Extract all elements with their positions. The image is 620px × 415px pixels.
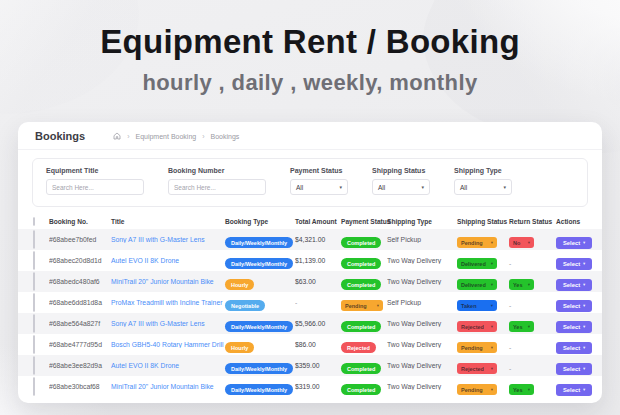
- shipping-type: Two Way Delivery: [387, 341, 457, 348]
- shipping-status-select[interactable]: Pending▾: [457, 384, 497, 395]
- payment-status-cell: Completed: [341, 378, 387, 396]
- booking-type-cell: Daily/Weekly/Monthly: [225, 231, 295, 249]
- breadcrumb-item-bookings[interactable]: Bookings: [211, 133, 240, 140]
- column-header-booking-no-: Booking No.: [49, 218, 111, 225]
- shipping-status-select[interactable]: Delivered▾: [457, 279, 497, 290]
- select-action-button[interactable]: Select▾: [556, 363, 592, 375]
- row-checkbox[interactable]: [33, 230, 35, 249]
- shipping-status-select-value: Pending: [461, 345, 483, 351]
- shipping-status-select[interactable]: Taken▾: [457, 300, 497, 311]
- return-status-select[interactable]: Yes▾: [509, 321, 534, 332]
- total-amount: $4,321.00: [295, 236, 341, 243]
- home-icon[interactable]: [113, 132, 121, 140]
- row-checkbox[interactable]: [33, 377, 35, 396]
- booking-title-link[interactable]: ProMax Treadmill with Incline Trainer: [111, 299, 225, 306]
- return-status-cell: -: [509, 336, 556, 354]
- bookings-table: Booking No.TitleBooking TypeTotal Amount…: [18, 213, 602, 397]
- chevron-down-icon: ▾: [491, 261, 493, 266]
- select-all-checkbox[interactable]: [33, 217, 35, 226]
- chevron-down-icon: ▾: [528, 282, 530, 287]
- row-checkbox[interactable]: [33, 356, 35, 375]
- filter-select-payment-status[interactable]: All▾: [290, 179, 348, 195]
- booking-type-cell: Daily/Weekly/Monthly: [225, 315, 295, 333]
- select-action-button[interactable]: Select▾: [556, 300, 592, 312]
- shipping-status-select[interactable]: Rejected▾: [457, 321, 497, 332]
- booking-title-link[interactable]: MiniTrail 20" Junior Mountain Bike: [111, 383, 225, 390]
- row-checkbox[interactable]: [33, 272, 35, 291]
- filter-input-booking-number[interactable]: [168, 179, 266, 195]
- booking-type-cell: Hourly: [225, 336, 295, 354]
- hero-title: Equipment Rent / Booking: [0, 23, 620, 61]
- booking-type-cell: Negotiable: [225, 294, 295, 312]
- shipping-status-select[interactable]: Rejected▾: [457, 363, 497, 374]
- shipping-status-select-value: Taken: [461, 303, 477, 309]
- row-checkbox[interactable]: [33, 293, 35, 312]
- payment-status-badge: Rejected: [341, 342, 376, 353]
- return-status-select[interactable]: Yes▾: [509, 279, 534, 290]
- chevron-down-icon: ▾: [528, 324, 530, 329]
- total-amount: $1,139.00: [295, 257, 341, 264]
- table-row: #68abedc480af6MiniTrail 20" Junior Mount…: [18, 271, 602, 292]
- select-action-button[interactable]: Select▾: [556, 237, 592, 249]
- filter-label-equipment-title: Equipment Title: [46, 167, 144, 174]
- row-checkbox[interactable]: [33, 335, 35, 354]
- breadcrumb-item-equipment-booking[interactable]: Equipment Booking: [135, 133, 196, 140]
- booking-type-cell: Daily/Weekly/Monthly: [225, 252, 295, 270]
- shipping-status-select[interactable]: Pending▾: [457, 342, 497, 353]
- payment-status-cell: Completed: [341, 252, 387, 270]
- chevron-down-icon: ▾: [491, 282, 493, 287]
- booking-type-cell: Daily/Weekly/Monthly: [225, 378, 295, 396]
- chevron-down-icon: ▾: [583, 282, 585, 287]
- table-row: #68abe4777d95dBosch GBH5-40 Rotary Hamme…: [18, 334, 602, 355]
- shipping-status-select[interactable]: Delivered▾: [457, 258, 497, 269]
- chevron-down-icon: ▾: [583, 324, 585, 329]
- shipping-status-select[interactable]: Pending▾: [457, 237, 497, 248]
- shipping-type: Two Way Delivery: [387, 362, 457, 369]
- shipping-status-cell: Delivered▾: [457, 252, 509, 270]
- booking-type-badge: Daily/Weekly/Monthly: [225, 237, 293, 248]
- booking-number: #68abee7b0fed: [49, 236, 111, 243]
- booking-title-link[interactable]: Autel EVO II 8K Drone: [111, 257, 225, 264]
- return-status-select[interactable]: No▾: [509, 237, 534, 248]
- booking-title-link[interactable]: Bosch GBH5-40 Rotary Hammer Drill: [111, 341, 225, 348]
- shipping-type: Two Way Delivery: [387, 278, 457, 285]
- table-row: #68abe564a827fSony A7 III with G-Master …: [18, 313, 602, 334]
- booking-type-badge: Daily/Weekly/Monthly: [225, 258, 293, 269]
- booking-number: #68abe30bcaf68: [49, 383, 111, 390]
- actions-cell: Select▾: [556, 294, 592, 312]
- checkbox-cell: [33, 378, 49, 396]
- booking-type-badge: Daily/Weekly/Monthly: [225, 384, 293, 395]
- filter-select-shipping-type[interactable]: All▾: [454, 179, 512, 195]
- filter-label-shipping-type: Shipping Type: [454, 167, 512, 174]
- filter-input-equipment-title[interactable]: [46, 179, 144, 195]
- shipping-status-cell: Taken▾: [457, 294, 509, 312]
- column-header-actions: Actions: [556, 218, 587, 225]
- booking-title-link[interactable]: Autel EVO II 8K Drone: [111, 362, 225, 369]
- select-action-button[interactable]: Select▾: [556, 321, 592, 333]
- payment-status-badge: Completed: [341, 279, 381, 290]
- shipping-type: Self Pickup: [387, 299, 457, 306]
- select-action-button[interactable]: Select▾: [556, 342, 592, 354]
- filter-select-shipping-status[interactable]: All▾: [372, 179, 430, 195]
- booking-title-link[interactable]: MiniTrail 20" Junior Mountain Bike: [111, 278, 225, 285]
- filter-group-shipping-status: Shipping StatusAll▾: [372, 167, 430, 195]
- row-checkbox[interactable]: [33, 314, 35, 333]
- select-action-button[interactable]: Select▾: [556, 279, 592, 291]
- select-action-label: Select: [563, 345, 580, 351]
- actions-cell: Select▾: [556, 357, 592, 375]
- filter-group-shipping-type: Shipping TypeAll▾: [454, 167, 512, 195]
- breadcrumb-separator: ›: [127, 133, 129, 140]
- booking-type-cell: Hourly: [225, 273, 295, 291]
- return-status-select-value: Yes: [513, 282, 522, 288]
- payment-status-select[interactable]: Pending▾: [341, 300, 383, 311]
- checkbox-cell: [33, 315, 49, 333]
- select-action-button[interactable]: Select▾: [556, 258, 592, 270]
- booking-title-link[interactable]: Sony A7 III with G-Master Lens: [111, 320, 225, 327]
- return-status-select[interactable]: Yes▾: [509, 384, 534, 395]
- breadcrumb: ›Equipment Booking›Bookings: [113, 132, 239, 140]
- row-checkbox[interactable]: [33, 251, 35, 270]
- select-action-label: Select: [563, 366, 580, 372]
- booking-title-link[interactable]: Sony A7 III with G-Master Lens: [111, 236, 225, 243]
- chevron-down-icon: ▾: [528, 240, 530, 245]
- select-action-button[interactable]: Select▾: [556, 384, 592, 396]
